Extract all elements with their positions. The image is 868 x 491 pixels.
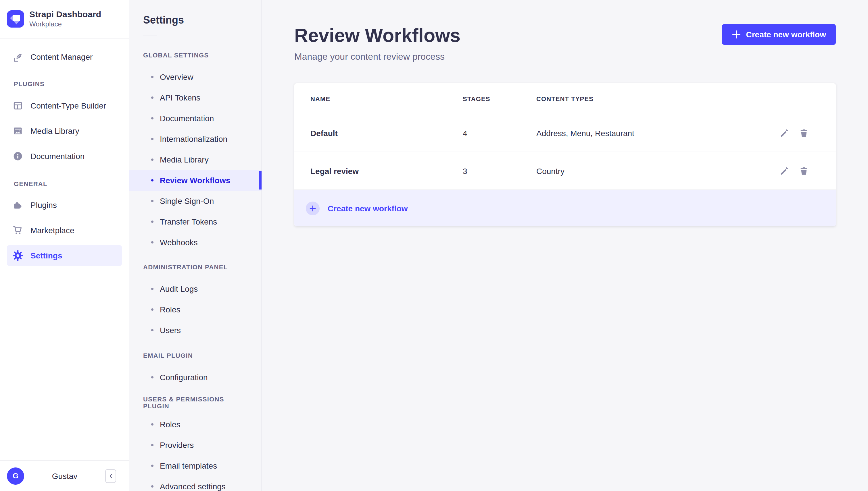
feather-icon: [12, 52, 23, 62]
bullet-dot: [151, 308, 154, 311]
workflow-content-types: Country: [536, 166, 762, 175]
delete-workflow-button[interactable]: [799, 166, 808, 175]
subnav-section-global-settings: GLOBAL SETTINGS: [129, 51, 262, 60]
sidebar-item-label: Content Manager: [30, 52, 92, 61]
layout-icon: [12, 100, 23, 111]
user-name[interactable]: Gustav: [24, 471, 105, 480]
edit-workflow-button[interactable]: [780, 128, 789, 138]
edit-workflow-button[interactable]: [780, 166, 789, 175]
subnav-item-advanced-settings[interactable]: Advanced settings: [129, 476, 262, 491]
subnav-item-api-tokens[interactable]: API Tokens: [129, 87, 262, 108]
subnav-item-internationalization[interactable]: Internationalization: [129, 128, 262, 149]
pencil-icon: [780, 167, 788, 175]
sidebar-item-label: Settings: [30, 251, 62, 260]
sidebar-item-label: Plugins: [30, 200, 57, 210]
subnav-item-email-templates[interactable]: Email templates: [129, 455, 262, 476]
subnav-item-roles-admin[interactable]: Roles: [129, 299, 262, 320]
subnav-item-transfer-tokens[interactable]: Transfer Tokens: [129, 211, 262, 232]
table-footer-create-workflow[interactable]: Create new workflow: [294, 190, 836, 226]
subnav-item-configuration[interactable]: Configuration: [129, 367, 262, 387]
subnav-section-users-permissions-plugin: USERS & PERMISSIONS PLUGIN: [129, 398, 262, 407]
bullet-dot: [151, 376, 154, 378]
column-header-name: NAME: [310, 95, 463, 102]
subnav-item-roles-up[interactable]: Roles: [129, 414, 262, 435]
workflows-table: NAME STAGES CONTENT TYPES Default 4 Addr…: [294, 83, 836, 226]
workflow-content-types: Address, Menu, Restaurant: [536, 128, 762, 138]
chevron-left-icon: [108, 473, 113, 479]
puzzle-icon: [12, 200, 23, 210]
sidebar-item-label: Media Library: [30, 126, 79, 136]
sidebar-item-settings[interactable]: Settings: [7, 245, 122, 266]
workflow-name: Legal review: [310, 166, 463, 175]
sidebar-item-label: Content-Type Builder: [30, 101, 106, 110]
column-header-content-types: CONTENT TYPES: [536, 95, 762, 102]
subnav-item-review-workflows[interactable]: Review Workflows: [129, 170, 262, 191]
subnav-item-documentation[interactable]: Documentation: [129, 108, 262, 128]
workspace-subtitle: Workplace: [29, 20, 101, 29]
trash-icon: [799, 167, 808, 175]
subnav-item-overview[interactable]: Overview: [129, 67, 262, 87]
bullet-dot: [151, 96, 154, 99]
subnav-item-audit-logs[interactable]: Audit Logs: [129, 279, 262, 299]
sidebar-section-general: GENERAL: [7, 179, 122, 189]
workspace-brand[interactable]: Strapi Dashboard Workplace: [0, 0, 129, 38]
sidebar-item-documentation[interactable]: Documentation: [7, 146, 122, 167]
bullet-dot: [151, 138, 154, 140]
bullet-dot: [151, 241, 154, 243]
settings-subnav: Settings GLOBAL SETTINGS Overview API To…: [129, 0, 262, 491]
bullet-dot: [151, 465, 154, 467]
cart-icon: [12, 225, 23, 235]
subnav-item-users[interactable]: Users: [129, 320, 262, 341]
table-row-default[interactable]: Default 4 Address, Menu, Restaurant: [294, 114, 836, 152]
plus-icon: [731, 30, 741, 39]
page-title: Review Workflows: [294, 24, 460, 47]
delete-workflow-button[interactable]: [799, 128, 808, 138]
subnav-title: Settings: [129, 0, 262, 26]
table-header-row: NAME STAGES CONTENT TYPES: [294, 83, 836, 114]
gear-icon: [12, 250, 23, 261]
sidebar-item-marketplace[interactable]: Marketplace: [7, 220, 122, 241]
subnav-section-administration-panel: ADMINISTRATION PANEL: [129, 262, 262, 271]
sidebar-section-plugins: PLUGINS: [7, 79, 122, 89]
user-avatar[interactable]: G: [7, 467, 24, 484]
info-icon: [12, 151, 23, 162]
subnav-section-email-plugin: EMAIL PLUGIN: [129, 351, 262, 360]
sidebar-item-media-library[interactable]: Media Library: [7, 121, 122, 141]
collapse-sidebar-button[interactable]: [105, 469, 116, 483]
bullet-dot: [151, 158, 154, 161]
bullet-dot: [151, 288, 154, 290]
bullet-dot: [151, 444, 154, 446]
table-row-legal-review[interactable]: Legal review 3 Country: [294, 152, 836, 190]
sidebar-item-content-manager[interactable]: Content Manager: [7, 47, 122, 67]
sidebar-nav: Content Manager PLUGINS Content-Type Bui…: [0, 38, 129, 266]
bullet-dot: [151, 485, 154, 488]
pencil-icon: [780, 128, 788, 137]
bullet-dot: [151, 200, 154, 202]
plus-circle-icon: [306, 201, 320, 215]
image-icon: [12, 126, 23, 136]
create-workflow-button[interactable]: Create new workflow: [722, 24, 836, 45]
bullet-dot: [151, 179, 154, 181]
page-header: Review Workflows Manage your content rev…: [294, 24, 836, 63]
main-content: Review Workflows Manage your content rev…: [262, 0, 868, 491]
subnav-divider: [143, 36, 157, 36]
subnav-item-providers[interactable]: Providers: [129, 435, 262, 455]
main-sidebar: Strapi Dashboard Workplace Content Manag…: [0, 0, 129, 491]
subnav-item-single-sign-on[interactable]: Single Sign-On: [129, 191, 262, 211]
bullet-dot: [151, 329, 154, 331]
sidebar-item-label: Marketplace: [30, 226, 75, 235]
footer-create-workflow-label: Create new workflow: [328, 204, 408, 213]
trash-icon: [799, 128, 808, 137]
app-window: Strapi Dashboard Workplace Content Manag…: [0, 0, 868, 491]
workspace-title: Strapi Dashboard: [29, 9, 101, 20]
sidebar-item-content-type-builder[interactable]: Content-Type Builder: [7, 95, 122, 116]
page-subtitle: Manage your content review process: [294, 51, 460, 63]
column-header-stages: STAGES: [463, 95, 536, 102]
sidebar-item-plugins[interactable]: Plugins: [7, 195, 122, 215]
subnav-item-webhooks[interactable]: Webhooks: [129, 232, 262, 253]
sidebar-footer: G Gustav: [0, 460, 129, 491]
subnav-item-media-library[interactable]: Media Library: [129, 149, 262, 170]
bullet-dot: [151, 423, 154, 426]
workflow-name: Default: [310, 128, 463, 138]
bullet-dot: [151, 117, 154, 119]
